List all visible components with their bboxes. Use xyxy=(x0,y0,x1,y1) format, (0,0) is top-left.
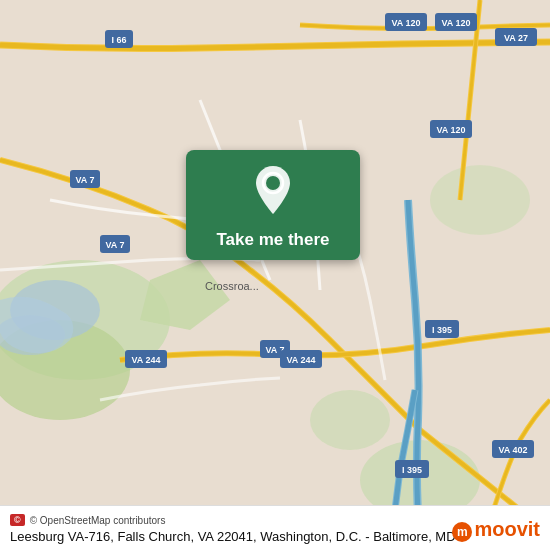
map-container: I 66 VA 7 VA 7 VA 7 VA 120 VA 120 VA 27 … xyxy=(0,0,550,550)
moovit-logo-text: moovit xyxy=(474,518,540,540)
moovit-logo: mmoovit xyxy=(452,518,540,542)
attribution-text: © OpenStreetMap contributors xyxy=(30,515,166,526)
svg-text:I 395: I 395 xyxy=(402,465,422,475)
osm-logo: © xyxy=(10,514,25,526)
moovit-m-icon: m xyxy=(452,522,472,542)
svg-text:VA 120: VA 120 xyxy=(391,18,420,28)
map-svg: I 66 VA 7 VA 7 VA 7 VA 120 VA 120 VA 27 … xyxy=(0,0,550,550)
svg-text:VA 120: VA 120 xyxy=(436,125,465,135)
take-me-there-label: Take me there xyxy=(216,230,329,250)
svg-text:I 395: I 395 xyxy=(432,325,452,335)
svg-point-6 xyxy=(430,165,530,235)
svg-text:VA 244: VA 244 xyxy=(286,355,315,365)
svg-text:VA 27: VA 27 xyxy=(504,33,528,43)
svg-text:VA 120: VA 120 xyxy=(441,18,470,28)
svg-text:VA 244: VA 244 xyxy=(131,355,160,365)
svg-point-36 xyxy=(266,176,280,190)
svg-text:VA 7: VA 7 xyxy=(105,240,124,250)
svg-text:VA 402: VA 402 xyxy=(498,445,527,455)
svg-text:Crossroa...: Crossroa... xyxy=(205,280,259,292)
svg-point-5 xyxy=(310,390,390,450)
location-pin-icon xyxy=(252,164,294,220)
svg-text:I 66: I 66 xyxy=(111,35,126,45)
svg-text:VA 7: VA 7 xyxy=(75,175,94,185)
take-me-there-card[interactable]: Take me there xyxy=(186,150,360,260)
